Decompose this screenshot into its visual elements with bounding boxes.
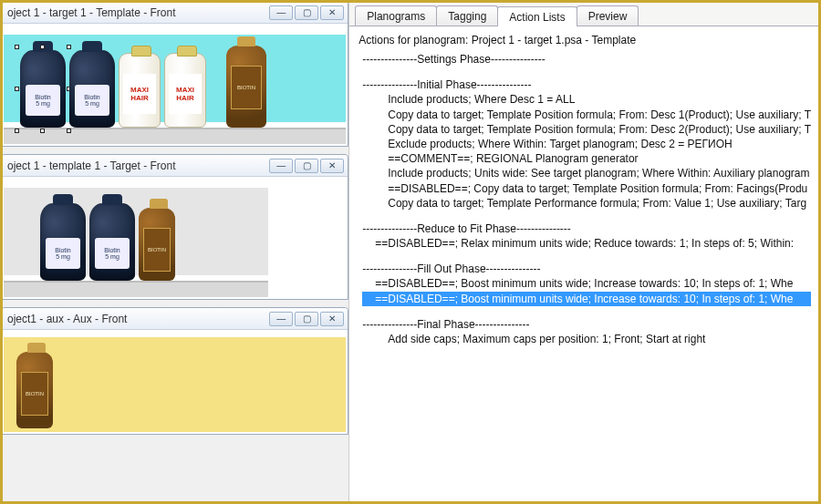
phase-header-fillout[interactable]: ---------------Fill Out Phase-----------… (362, 262, 811, 276)
window-minimize-button[interactable]: — (269, 312, 293, 326)
close-icon: ✕ (328, 314, 336, 324)
planogram-shelf[interactable]: Biotin5 mg Biotin5 mg BIOTIN (4, 179, 346, 297)
planogram-window-target[interactable]: oject 1 - template 1 - Target - Front — … (3, 154, 348, 300)
planogram-window-template[interactable]: oject 1 - target 1 - Template - Front — … (3, 3, 348, 147)
action-list[interactable]: ---------------Settings Phase-----------… (349, 52, 818, 501)
window-close-button[interactable]: ✕ (320, 312, 344, 326)
product-maxihair-bottle[interactable]: MAXI HAIR (164, 53, 206, 128)
product-label-line: MAXI HAIR (123, 86, 156, 102)
action-line[interactable]: Copy data to target; Template Position f… (362, 122, 811, 137)
product-label-line: MAXI HAIR (169, 86, 202, 102)
product-biotin-bottle[interactable]: Biotin5 mg (69, 50, 115, 128)
product-label-line: Biotin (26, 94, 60, 100)
window-titlebar[interactable]: oject 1 - target 1 - Template - Front — … (3, 3, 348, 24)
product-row: Biotin5 mg Biotin5 mg BIOTIN (40, 203, 175, 281)
planogram-shelf[interactable]: Biotin5 mg Biotin5 mg MAXI HAIR MAXI HAI… (4, 26, 346, 144)
phase-header-reduce[interactable]: ---------------Reduce to Fit Phase------… (362, 221, 811, 236)
shelf-surface (4, 337, 346, 432)
minimize-icon: — (276, 314, 286, 324)
product-biotin-bottle[interactable]: Biotin5 mg (40, 203, 86, 281)
product-label-line: 5 mg (75, 100, 109, 107)
product-maxihair-bottle[interactable]: MAXI HAIR (119, 53, 161, 128)
action-line[interactable]: Include products; Units wide: See target… (362, 166, 811, 180)
action-line[interactable]: Add side caps; Maximum caps per position… (362, 332, 811, 346)
window-titlebar[interactable]: oject1 - aux - Aux - Front — ▢ ✕ (3, 308, 348, 330)
phase-header-final[interactable]: ---------------Final Phase--------------… (362, 317, 811, 332)
action-line[interactable]: Include products; Where Desc 1 = ALL (362, 92, 811, 107)
details-panel: Planograms Tagging Action Lists Preview … (349, 3, 818, 501)
minimize-icon: — (276, 160, 286, 170)
action-line[interactable]: Copy data to target; Template Performanc… (362, 196, 811, 211)
close-icon: ✕ (328, 7, 336, 17)
window-titlebar[interactable]: oject 1 - template 1 - Target - Front — … (3, 155, 348, 177)
product-label-line: BIOTIN (144, 247, 170, 252)
maximize-icon: ▢ (303, 314, 311, 324)
action-line-disabled[interactable]: ==DISABLED==; Relax minimum units wide; … (362, 236, 811, 251)
window-title: oject 1 - target 1 - Template - Front (7, 6, 269, 19)
product-label-line: 5 mg (95, 253, 130, 260)
product-biotin-bottle[interactable]: Biotin5 mg (89, 203, 135, 281)
tab-tagging[interactable]: Tagging (436, 5, 498, 26)
window-close-button[interactable]: ✕ (320, 159, 344, 173)
tab-preview[interactable]: Preview (577, 5, 639, 26)
shelf-bar (4, 281, 268, 297)
product-label-line: Biotin (75, 94, 109, 100)
product-label-line: Biotin (46, 247, 80, 253)
tab-planograms[interactable]: Planograms (355, 5, 437, 26)
product-label-line: 5 mg (26, 100, 60, 107)
product-label-line: BIOTIN (22, 391, 47, 396)
action-line[interactable]: Exclude products; Where Within: Target p… (362, 137, 811, 151)
planogram-window-aux[interactable]: oject1 - aux - Aux - Front — ▢ ✕ BIOTIN (3, 307, 348, 435)
product-row: Biotin5 mg Biotin5 mg MAXI HAIR MAXI HAI… (20, 46, 266, 128)
shelf-bar (4, 128, 346, 144)
maximize-icon: ▢ (303, 7, 311, 17)
action-line-selected[interactable]: ==DISABLED==; Boost minimum units wide; … (362, 292, 811, 306)
action-line-comment[interactable]: ==COMMENT==; REGIONAL Planogram generato… (362, 151, 811, 166)
product-row: BIOTIN (16, 352, 53, 428)
product-label-line: 5 mg (46, 253, 80, 260)
window-minimize-button[interactable]: — (269, 159, 293, 173)
tabstrip: Planograms Tagging Action Lists Preview (349, 3, 818, 26)
window-maximize-button[interactable]: ▢ (295, 312, 318, 326)
action-line-disabled[interactable]: ==DISABLED==; Boost minimum units wide; … (362, 276, 811, 291)
action-line[interactable]: Copy data to target; Template Position f… (362, 108, 811, 122)
action-list-caption: Actions for planogram: Project 1 - targe… (349, 26, 818, 52)
product-label-line: BIOTIN (232, 85, 261, 90)
planogram-canvas-panel: oject 1 - target 1 - Template - Front — … (3, 3, 349, 501)
phase-header-initial[interactable]: ---------------Initial Phase------------… (362, 77, 811, 92)
product-amber-bottle[interactable]: BIOTIN (226, 46, 266, 128)
window-minimize-button[interactable]: — (269, 5, 293, 20)
window-maximize-button[interactable]: ▢ (295, 159, 318, 173)
product-amber-bottle[interactable]: BIOTIN (16, 352, 53, 428)
close-icon: ✕ (328, 160, 336, 170)
product-biotin-bottle[interactable]: Biotin5 mg (20, 50, 66, 128)
product-label-line: Biotin (95, 247, 130, 253)
maximize-icon: ▢ (303, 160, 311, 170)
product-amber-bottle[interactable]: BIOTIN (139, 208, 175, 281)
action-line-disabled[interactable]: ==DISABLED==; Copy data to target; Templ… (362, 181, 811, 196)
window-close-button[interactable]: ✕ (320, 5, 344, 20)
minimize-icon: — (276, 7, 286, 17)
window-maximize-button[interactable]: ▢ (295, 5, 318, 20)
phase-header-settings[interactable]: ---------------Settings Phase-----------… (362, 52, 811, 67)
window-title: oject 1 - template 1 - Target - Front (7, 159, 269, 172)
window-title: oject1 - aux - Aux - Front (7, 313, 269, 325)
tab-action-lists[interactable]: Action Lists (497, 6, 577, 26)
planogram-shelf[interactable]: BIOTIN (4, 332, 346, 432)
